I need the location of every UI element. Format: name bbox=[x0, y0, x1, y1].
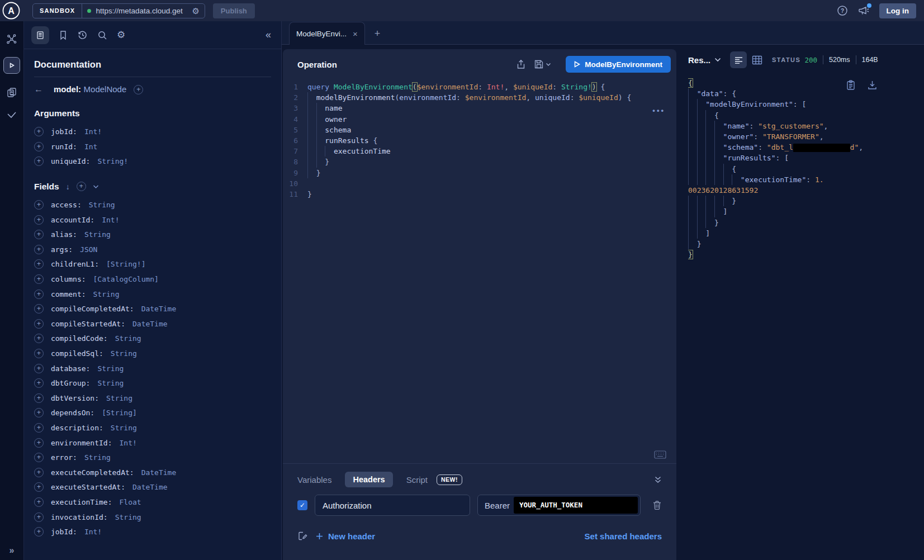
add-field-icon[interactable]: + bbox=[34, 468, 44, 477]
schema-diff-icon[interactable] bbox=[6, 86, 18, 98]
checks-icon[interactable] bbox=[6, 111, 17, 120]
collapse-panel-chevrons-icon[interactable] bbox=[654, 476, 662, 483]
collapse-docs-panel-icon[interactable]: « bbox=[266, 29, 271, 41]
add-field-icon[interactable]: + bbox=[34, 245, 44, 254]
field-type[interactable]: DateTime bbox=[141, 305, 177, 313]
schema-field-row[interactable]: +childrenL1:[String!] bbox=[34, 259, 271, 269]
breadcrumb-type-link[interactable]: ModelNode bbox=[84, 84, 127, 94]
header-name-input[interactable] bbox=[315, 495, 470, 516]
field-type[interactable]: Int bbox=[84, 143, 97, 151]
schema-field-row[interactable]: +executeStartedAt:DateTime bbox=[34, 482, 271, 492]
schema-field-row[interactable]: +uniqueId:String! bbox=[34, 156, 271, 167]
field-type[interactable]: JSON bbox=[80, 245, 97, 254]
field-type[interactable]: String bbox=[97, 379, 124, 387]
schema-field-row[interactable]: +compiledSql:String bbox=[34, 349, 271, 359]
close-tab-icon[interactable]: × bbox=[353, 29, 358, 39]
add-field-icon[interactable]: + bbox=[34, 497, 44, 507]
schema-field-row[interactable]: +alias:String bbox=[34, 230, 271, 240]
expand-rail-icon[interactable]: » bbox=[0, 545, 23, 556]
raw-view-toggle-active[interactable] bbox=[730, 51, 747, 68]
schema-field-row[interactable]: +comment:String bbox=[34, 289, 271, 299]
add-field-icon[interactable]: + bbox=[34, 274, 44, 284]
field-type[interactable]: [String] bbox=[102, 409, 137, 417]
tab-headers-active[interactable]: Headers bbox=[345, 472, 392, 487]
field-type[interactable]: String! bbox=[97, 157, 128, 165]
header-value-group[interactable]: Bearer YOUR_AUTH_TOKEN bbox=[477, 495, 641, 516]
field-type[interactable]: DateTime bbox=[141, 468, 177, 477]
new-header-button[interactable]: New header bbox=[316, 531, 375, 541]
response-dropdown-chevron-icon[interactable] bbox=[714, 58, 721, 62]
tab-variables[interactable]: Variables bbox=[297, 475, 331, 485]
schema-field-row[interactable]: +invocationId:String bbox=[34, 512, 271, 522]
new-tab-icon[interactable]: + bbox=[375, 29, 381, 39]
add-all-fields-icon[interactable]: + bbox=[77, 182, 86, 191]
connection-gear-icon[interactable]: ⚙ bbox=[192, 7, 199, 15]
add-field-icon[interactable]: + bbox=[34, 527, 44, 537]
documentation-tab-icon-active[interactable] bbox=[31, 26, 49, 44]
field-type[interactable]: Int! bbox=[84, 127, 102, 136]
add-field-icon[interactable]: + bbox=[34, 319, 44, 329]
tab-script[interactable]: Script bbox=[406, 475, 428, 485]
editor-more-menu[interactable]: ••• bbox=[652, 106, 665, 115]
schema-field-row[interactable]: +executionTime:Float bbox=[34, 497, 271, 507]
add-field-icon[interactable]: + bbox=[34, 290, 44, 299]
sort-fields-icon[interactable]: ↓ bbox=[66, 182, 70, 191]
graphql-editor[interactable]: 1query ModelByEnvironment($environmentId… bbox=[283, 77, 676, 463]
add-field-icon[interactable]: + bbox=[34, 408, 44, 417]
table-view-toggle-icon[interactable] bbox=[752, 55, 762, 65]
search-icon[interactable] bbox=[97, 30, 107, 40]
field-type[interactable]: Float bbox=[120, 498, 141, 506]
field-type[interactable]: String bbox=[115, 334, 141, 343]
help-icon[interactable]: ? bbox=[837, 5, 848, 16]
add-field-icon[interactable]: + bbox=[34, 364, 44, 373]
settings-gear-icon[interactable]: ⚙ bbox=[117, 30, 125, 40]
header-enabled-checkbox[interactable]: ✓ bbox=[297, 500, 307, 510]
schema-field-row[interactable]: +accountId:Int! bbox=[34, 215, 271, 225]
field-type[interactable]: String bbox=[84, 453, 111, 462]
endpoint-url[interactable]: https://metadata.cloud.get bbox=[96, 7, 187, 15]
schema-field-row[interactable]: +database:String bbox=[34, 363, 271, 373]
field-type[interactable]: [CatalogColumn] bbox=[93, 275, 159, 283]
add-field-icon[interactable]: + bbox=[34, 215, 44, 225]
announcements-megaphone-icon[interactable] bbox=[857, 5, 870, 16]
field-type[interactable]: Int! bbox=[102, 216, 119, 224]
set-shared-headers-link[interactable]: Set shared headers bbox=[585, 531, 662, 541]
field-type[interactable]: String bbox=[111, 424, 137, 432]
add-field-icon[interactable]: + bbox=[34, 349, 44, 358]
field-type[interactable]: String bbox=[115, 513, 141, 521]
explorer-nav-item-active[interactable] bbox=[3, 57, 20, 74]
schema-field-row[interactable]: +columns:[CatalogColumn] bbox=[34, 274, 271, 284]
field-type[interactable]: [String!] bbox=[106, 260, 145, 268]
field-type[interactable]: DateTime bbox=[132, 483, 168, 491]
delete-header-icon[interactable] bbox=[652, 500, 662, 510]
auth-token-value[interactable]: YOUR_AUTH_TOKEN bbox=[514, 497, 638, 514]
endpoint-url-group[interactable]: https://metadata.cloud.get ⚙ bbox=[82, 4, 204, 18]
save-operation-icon[interactable] bbox=[534, 59, 544, 69]
add-field-icon[interactable]: + bbox=[34, 482, 44, 492]
field-type[interactable]: Int! bbox=[120, 439, 137, 447]
add-field-icon[interactable]: + bbox=[34, 142, 44, 151]
schema-field-row[interactable]: +jobId:Int! bbox=[34, 527, 271, 537]
schema-field-row[interactable]: +access:String bbox=[34, 200, 271, 210]
add-field-icon[interactable]: + bbox=[34, 259, 44, 269]
schema-field-row[interactable]: +compileStartedAt:DateTime bbox=[34, 319, 271, 329]
add-field-icon[interactable]: + bbox=[34, 393, 44, 403]
add-field-icon[interactable]: + bbox=[34, 423, 44, 433]
schema-field-row[interactable]: +dependsOn:[String] bbox=[34, 408, 271, 418]
add-field-icon[interactable]: + bbox=[34, 230, 44, 239]
field-type[interactable]: Int! bbox=[84, 528, 102, 536]
add-field-icon[interactable]: + bbox=[34, 378, 44, 388]
add-model-field-icon[interactable]: + bbox=[134, 85, 143, 94]
schema-field-row[interactable]: +compileCompletedAt:DateTime bbox=[34, 304, 271, 314]
schema-field-row[interactable]: +dbtVersion:String bbox=[34, 393, 271, 404]
history-icon[interactable] bbox=[77, 30, 88, 40]
publish-button[interactable]: Publish bbox=[213, 3, 255, 18]
login-button[interactable]: Log in bbox=[879, 3, 917, 18]
schema-field-row[interactable]: +compiledCode:String bbox=[34, 334, 271, 344]
schema-field-row[interactable]: +error:String bbox=[34, 453, 271, 463]
field-type[interactable]: String bbox=[111, 349, 137, 358]
schema-graph-icon[interactable] bbox=[6, 34, 17, 45]
schema-field-row[interactable]: +args:JSON bbox=[34, 245, 271, 255]
add-field-icon[interactable]: + bbox=[34, 200, 44, 210]
save-options-chevron-icon[interactable] bbox=[546, 63, 551, 67]
